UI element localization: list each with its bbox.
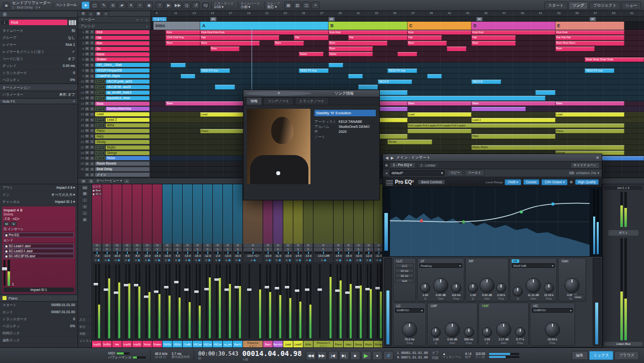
mute-button[interactable]: M xyxy=(193,244,202,247)
llc-button[interactable]: 20 Hz xyxy=(395,268,414,273)
track-row[interactable]: 2MSHat xyxy=(78,35,150,41)
channel-name[interactable]: Presence 4メイン xyxy=(313,341,333,347)
timeline-ruler[interactable]: 9111315171921232527293133353739414345474… xyxy=(151,11,644,17)
mixer-strip[interactable]: MS-16.0Harp xyxy=(344,184,354,347)
mixer-strip[interactable]: MS-13.0Sn/Rin xyxy=(102,184,112,347)
fader-handle[interactable] xyxy=(164,286,169,288)
track-row[interactable]: 19MSPiano xyxy=(78,128,150,134)
channel-name[interactable]: VECwr xyxy=(213,341,222,347)
knob-gain[interactable] xyxy=(433,278,448,293)
clip[interactable]: Bass xyxy=(471,101,555,106)
fader-handle[interactable] xyxy=(144,296,148,298)
arrange-view[interactable]: 9111315171921232527293133353739414345474… xyxy=(151,11,644,178)
track-row[interactable]: 21MSDecay xyxy=(78,139,150,145)
monitor-dot[interactable] xyxy=(185,259,187,261)
solo-button[interactable]: S xyxy=(183,248,192,251)
channel-mute-button[interactable]: M xyxy=(4,222,10,226)
track-name[interactable]: VES2FXImpact08 xyxy=(95,68,149,72)
track-solo-button[interactable]: S xyxy=(90,157,94,160)
track-mute-button[interactable]: M xyxy=(85,58,89,61)
selected-track-chip[interactable]: 1 Kick xyxy=(2,19,76,26)
post-button[interactable]: ポスト xyxy=(608,230,638,236)
knob-freq[interactable] xyxy=(496,283,506,293)
solo-button[interactable]: S xyxy=(93,248,101,251)
rail-icon-3[interactable]: ♪ xyxy=(82,210,88,216)
record-dot[interactable] xyxy=(299,259,301,261)
page-button-3[interactable]: ショー xyxy=(621,2,641,10)
record-dot[interactable] xyxy=(158,259,160,261)
record-dot[interactable] xyxy=(198,259,200,261)
fader-handle[interactable] xyxy=(295,289,299,292)
clip[interactable]: Lead 2 xyxy=(471,118,555,122)
fader-handle[interactable] xyxy=(275,287,279,289)
track-solo-button[interactable]: S xyxy=(90,91,94,94)
mute-button[interactable]: M xyxy=(233,244,242,247)
knob-freq[interactable] xyxy=(402,322,417,337)
pan-slider[interactable] xyxy=(174,252,181,254)
track-mute-button[interactable]: M xyxy=(85,173,89,177)
clip[interactable]: Hat xyxy=(294,35,329,40)
track-row[interactable]: 4MSSn xyxy=(78,46,150,52)
clip[interactable]: Bass xyxy=(408,101,471,106)
strip-rack[interactable] xyxy=(183,184,192,244)
pan-slider[interactable] xyxy=(123,252,131,254)
nav-forward-icon[interactable]: ▶ xyxy=(391,156,394,160)
mixer-strip[interactable]: センドMS-13.0 L88Presence 4メイン xyxy=(313,184,334,347)
channel-name[interactable]: Shaker xyxy=(152,341,162,347)
record-dot[interactable] xyxy=(98,259,100,261)
inspector-param-row[interactable]: レイヤーをイベントに従う✓ xyxy=(0,48,77,55)
clip[interactable]: VES2 FX ima xyxy=(200,68,230,73)
record-dot[interactable] xyxy=(108,259,110,261)
channel-out-row[interactable]: アウト Impact 4 8 ▾ xyxy=(0,184,77,191)
rail-icon-2[interactable]: ≡ xyxy=(82,204,88,209)
clip[interactable]: Rom xyxy=(166,41,200,45)
track-name[interactable]: Lead 2 xyxy=(106,118,149,122)
clip[interactable]: Rom xyxy=(329,46,373,51)
send-item-2[interactable]: ◉ SC-VEC3FXS.asvr xyxy=(4,254,74,258)
arrange-section[interactable]: D xyxy=(471,22,555,30)
trackcol-icon-1[interactable]: ♪ xyxy=(88,11,94,17)
toolbar-right-icon-3[interactable]: ≡ xyxy=(311,2,319,9)
mute-button[interactable]: M xyxy=(314,244,333,247)
track-lane[interactable] xyxy=(151,62,644,68)
arrange-section[interactable]: A xyxy=(200,22,329,30)
dialog-close-icon[interactable]: ✕ xyxy=(246,91,311,96)
inspector-param-row[interactable]: コードに従うオフ xyxy=(0,55,77,62)
track-mute-button[interactable]: M xyxy=(85,47,89,50)
channel-name[interactable]: Bass xyxy=(263,341,273,347)
track-row[interactable]: 14MSBass xyxy=(78,101,150,107)
knob-freq[interactable] xyxy=(545,322,560,337)
solo-button[interactable]: S xyxy=(113,248,121,251)
track-name[interactable]: Beat Delay xyxy=(95,167,149,171)
track-solo-button[interactable]: S xyxy=(90,146,94,149)
clip[interactable]: Kick Kick Kick Kick xyxy=(200,30,329,35)
track-mute-button[interactable]: M xyxy=(85,118,89,122)
strip-rack[interactable] xyxy=(203,184,212,244)
channel-name[interactable]: Lead xyxy=(283,341,293,347)
track-solo-button[interactable]: S xyxy=(90,80,94,83)
arrange-mute-button[interactable]: M xyxy=(81,179,86,183)
channel-name[interactable]: Noize xyxy=(142,341,152,347)
playtool-icon-0[interactable]: ? xyxy=(155,2,164,9)
channel-name[interactable]: Piano xyxy=(334,341,343,347)
mute-button[interactable]: M xyxy=(163,244,172,247)
pan-slider[interactable] xyxy=(244,252,262,254)
page-button-2[interactable]: プロジェクト xyxy=(589,2,620,10)
channel-name[interactable]: VECae xyxy=(193,341,202,347)
channel-row[interactable]: チャンネル Impact St 1 ▾ xyxy=(0,198,77,205)
tool-icon-1[interactable]: ▢ xyxy=(91,2,99,9)
tool-icon-7[interactable]: ◉ xyxy=(145,2,153,9)
mixer-strip[interactable]: MS-10.0Bass xyxy=(263,184,273,347)
return-to-start-button[interactable]: |◀ xyxy=(328,351,338,360)
strip-rack[interactable] xyxy=(173,184,182,244)
clip[interactable] xyxy=(471,107,526,111)
track-solo-button[interactable]: S xyxy=(90,134,94,138)
fader-handle[interactable] xyxy=(224,288,229,291)
track-solo-button[interactable]: S xyxy=(90,69,94,72)
track-name[interactable]: BambooMarimba xyxy=(106,107,149,111)
band-type-dropdown[interactable]: 12dB/Oct▾ xyxy=(532,308,573,313)
track-row[interactable]: 10MSコードVEC3Cymb_ae01 xyxy=(78,79,150,85)
mute-button[interactable]: M xyxy=(364,244,373,247)
inspector-param-row[interactable]: ベロシティ0% xyxy=(0,77,77,84)
loop-button[interactable]: ↺ xyxy=(383,351,393,360)
